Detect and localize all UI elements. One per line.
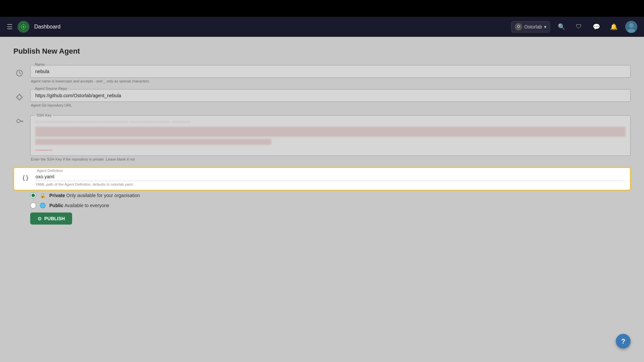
public-label: Public Available to everyone bbox=[49, 203, 109, 208]
header-left: ☰ Dashboard bbox=[7, 21, 60, 33]
key-icon bbox=[16, 118, 23, 125]
page-title: Publish New Agent bbox=[13, 47, 631, 56]
private-label: Private Only available for your organisa… bbox=[49, 193, 140, 198]
braces-icon: {} bbox=[21, 174, 29, 182]
logo-svg bbox=[19, 22, 28, 32]
source-repo-label: Agent Source Repo bbox=[34, 86, 68, 90]
publish-button[interactable]: ⊙ PUBLISH bbox=[30, 213, 72, 225]
ssh-key-content bbox=[35, 127, 626, 137]
source-repo-icon bbox=[13, 91, 25, 103]
svg-line-10 bbox=[19, 73, 21, 74]
name-form-row: Name Agent name is lowercase and accepts… bbox=[13, 65, 631, 83]
publish-label: PUBLISH bbox=[44, 216, 65, 221]
private-label-bold: Private bbox=[49, 193, 65, 198]
source-repo-hint: Agent Git repository URL bbox=[31, 103, 631, 107]
diamond-icon bbox=[16, 94, 23, 101]
public-option[interactable]: 🌐 Public Available to everyone bbox=[30, 202, 631, 208]
ssh-key-dots: ••••••••••••••••••••••••••••••••••••••••… bbox=[35, 120, 626, 125]
chat-icon[interactable]: 💬 bbox=[590, 21, 602, 33]
name-row-icon bbox=[13, 67, 25, 79]
ssh-key-legend: SSH Key bbox=[35, 113, 53, 117]
user-avatar-img bbox=[625, 21, 637, 33]
private-desc-text: Only available for your organisation bbox=[66, 193, 140, 198]
private-radio[interactable] bbox=[30, 192, 36, 198]
public-label-bold: Public bbox=[49, 203, 63, 208]
svg-point-13 bbox=[17, 119, 20, 123]
source-repo-form-row: Agent Source Repo Agent Git repository U… bbox=[13, 89, 631, 107]
header-title: Dashboard bbox=[34, 24, 60, 30]
main-content: Publish New Agent Name Agent name is low… bbox=[0, 37, 644, 362]
ssh-key-line2 bbox=[35, 139, 271, 145]
name-hint: Agent name is lowercase and accepts - an… bbox=[31, 79, 631, 83]
name-input[interactable] bbox=[30, 65, 631, 78]
name-label: Name bbox=[34, 62, 46, 66]
search-button[interactable]: 🔍 bbox=[555, 21, 568, 33]
agent-definition-input[interactable] bbox=[36, 171, 625, 181]
agent-def-label: Agent Definition bbox=[36, 169, 64, 173]
ssh-key-fieldset: SSH Key ••••••••••••••••••••••••••••••••… bbox=[30, 113, 631, 156]
publish-icon: ⊙ bbox=[38, 216, 42, 221]
main-header: ☰ Dashboard O Ostorlab ▾ 🔍 🛡 💬 🔔 bbox=[0, 17, 644, 37]
name-field-wrapper: Name Agent name is lowercase and accepts… bbox=[30, 65, 631, 83]
public-desc-text: Available to everyone bbox=[64, 203, 109, 208]
ssh-key-hint: Enter the SSH Key if the repository is p… bbox=[31, 157, 631, 161]
chevron-down-icon: ▾ bbox=[544, 24, 546, 29]
bell-icon[interactable]: 🔔 bbox=[608, 21, 620, 33]
logo bbox=[17, 21, 30, 33]
agent-definition-form-row: {} Agent Definition YAML path of the Age… bbox=[13, 167, 631, 190]
shield-icon[interactable]: 🛡 bbox=[573, 21, 585, 33]
ssh-error-indicator: ~~~~~~~~ bbox=[35, 147, 626, 153]
lock-icon: 🔒 bbox=[40, 192, 46, 198]
source-repo-field-wrapper: Agent Source Repo Agent Git repository U… bbox=[30, 89, 631, 107]
header-right: O Ostorlab ▾ 🔍 🛡 💬 🔔 bbox=[511, 21, 637, 33]
globe-icon: 🌐 bbox=[40, 202, 46, 208]
help-icon: ? bbox=[621, 338, 625, 345]
org-name: Ostorlab bbox=[524, 24, 542, 29]
top-bar bbox=[0, 0, 644, 17]
hamburger-menu-icon[interactable]: ☰ bbox=[7, 23, 13, 31]
svg-point-6 bbox=[629, 23, 634, 28]
user-avatar[interactable] bbox=[625, 21, 637, 33]
svg-text:{}: {} bbox=[22, 174, 29, 181]
org-selector[interactable]: O Ostorlab ▾ bbox=[511, 21, 550, 33]
private-option[interactable]: 🔒 Private Only available for your organi… bbox=[30, 192, 631, 198]
ssh-key-icon bbox=[13, 115, 25, 127]
ssh-key-form-row: SSH Key ••••••••••••••••••••••••••••••••… bbox=[13, 113, 631, 161]
help-button[interactable]: ? bbox=[616, 334, 631, 349]
publish-button-row: ⊙ PUBLISH bbox=[30, 213, 631, 225]
agent-def-icon: {} bbox=[19, 172, 31, 184]
agent-def-hint: YAML path of the Agent Definition, defau… bbox=[36, 182, 625, 186]
source-repo-input[interactable] bbox=[30, 89, 631, 102]
agent-def-field-wrapper: Agent Definition YAML path of the Agent … bbox=[36, 171, 625, 186]
org-avatar: O bbox=[515, 23, 522, 31]
ssh-key-wrapper: SSH Key ••••••••••••••••••••••••••••••••… bbox=[30, 113, 631, 161]
public-radio[interactable] bbox=[30, 202, 36, 208]
clock-icon bbox=[16, 69, 23, 77]
